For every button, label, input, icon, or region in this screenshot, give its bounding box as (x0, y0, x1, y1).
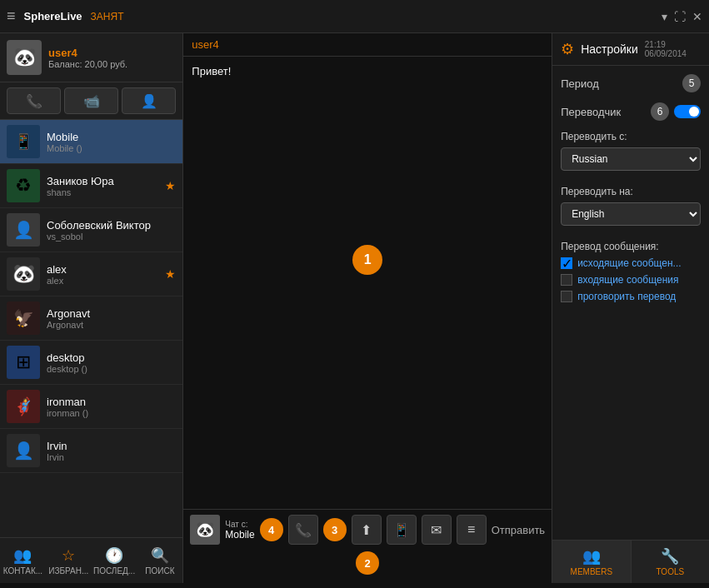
contact-sub: ironman () (47, 408, 176, 418)
window-controls: ▾ ⛶ ✕ (662, 10, 702, 23)
email-button[interactable]: ✉ (422, 515, 452, 545)
contact-avatar: 🦸 (7, 390, 40, 423)
chat-with-name: Mobile (225, 529, 254, 541)
settings-title: Настройки (581, 42, 638, 56)
translation-options-section: Перевод сообщения: ✓ исходящие сообщен..… (561, 241, 701, 302)
speak-checkbox[interactable] (561, 291, 572, 302)
list-item[interactable]: 👤 Соболевский Виктор vs_sobol (0, 208, 182, 252)
translator-row: Переводчик 6 (561, 102, 701, 121)
footer: РЕКЛАМО (0, 583, 709, 588)
chat-input-area: 🐼 Чат с: Mobile 4 📞 3 ⬆ 📱 ✉ ≡ Отправить … (183, 509, 552, 583)
favorites-icon: ☆ (62, 546, 75, 565)
settings-panel: ⚙ Настройки 21:19 06/09/2014 Период 5 Пе… (552, 33, 709, 583)
username: user4 (48, 47, 127, 59)
period-row: Период 5 (561, 74, 701, 92)
nav-search[interactable]: 🔍 ПОИСК (137, 538, 182, 583)
translate-from-section: Переводить с: Russian English (561, 131, 701, 179)
contact-name: Заников Юра (47, 175, 158, 187)
app-logo: SphereLive (24, 10, 82, 22)
search-icon: 🔍 (151, 546, 169, 565)
contact-info: Argonavt Argonavt (47, 307, 176, 330)
chat-header: user4 (183, 33, 552, 57)
incoming-label: входящие сообщения (577, 274, 678, 286)
chat-sender-avatar: 🐼 (190, 515, 220, 545)
chat-badge-3: 4 (260, 518, 283, 541)
nav-contacts-label: КОНТАК... (3, 566, 42, 576)
status-label: ЗАНЯТ (91, 11, 124, 22)
nav-recent-label: ПОСЛЕД... (93, 566, 135, 576)
translate-to-section: Переводить на: English Russian (561, 186, 701, 234)
minimize-icon[interactable]: ▾ (662, 10, 667, 23)
gear-icon: ⚙ (561, 40, 574, 58)
contact-sub: Irvin (47, 452, 176, 462)
user-header: 🐼 user4 Баланс: 20,00 руб. (0, 33, 182, 82)
contact-info: Заников Юра shans (47, 175, 158, 197)
contact-info: Соболевский Виктор vs_sobol (47, 219, 176, 242)
list-item[interactable]: ⊞ desktop desktop () (0, 341, 182, 385)
list-item[interactable]: 👤 Irvin Irvin (0, 429, 182, 473)
outgoing-label: исходящие сообщен... (577, 257, 681, 269)
contact-name: Mobile (47, 131, 176, 143)
profile-button[interactable]: 👤 (122, 87, 176, 114)
translate-to-select[interactable]: English Russian (561, 202, 701, 226)
tools-label: TOOLS (656, 567, 684, 576)
incoming-checkbox[interactable] (561, 274, 572, 286)
chat-area: user4 Привет! 1 🐼 Чат с: Mobile 4 📞 3 ⬆ … (183, 33, 552, 583)
contact-avatar: 👤 (7, 213, 40, 247)
call-chat-button[interactable]: 📞 (288, 515, 318, 545)
maximize-icon[interactable]: ⛶ (674, 10, 686, 23)
option-outgoing[interactable]: ✓ исходящие сообщен... (561, 257, 701, 269)
main-layout: 🐼 user4 Баланс: 20,00 руб. 📞 📹 👤 📱 Mobil… (0, 33, 709, 583)
contact-sub: Argonavt (47, 320, 176, 330)
list-item[interactable]: 📱 Mobile Mobile () (0, 120, 182, 164)
translation-label: Перевод сообщения: (561, 241, 701, 252)
bottom-nav: 👥 КОНТАК... ☆ ИЗБРАН... 🕐 ПОСЛЕД... 🔍 ПО… (0, 537, 182, 583)
option-speak[interactable]: проговорить перевод (561, 291, 701, 302)
device-button[interactable]: 📱 (387, 515, 417, 545)
settings-tabs: 👥 MEMBERS 🔧 TOOLS (552, 540, 709, 583)
nav-contacts[interactable]: 👥 КОНТАК... (0, 538, 46, 583)
list-item[interactable]: 🐼 alex alex ★ (0, 252, 182, 296)
translate-to-label: Переводить на: (561, 186, 701, 197)
chat-with-info: Чат с: Mobile (225, 520, 254, 541)
settings-timestamp: 21:19 06/09/2014 (645, 40, 701, 58)
video-button[interactable]: 📹 (64, 87, 118, 114)
translator-toggle[interactable] (674, 105, 701, 118)
titlebar: ≡ SphereLive ЗАНЯТ ▾ ⛶ ✕ (0, 0, 709, 33)
speak-label: проговорить перевод (577, 291, 676, 302)
close-icon[interactable]: ✕ (692, 10, 702, 23)
nav-search-label: ПОИСК (145, 566, 174, 576)
translate-from-label: Переводить с: (561, 131, 701, 142)
contact-list: 📱 Mobile Mobile () ♻ Заников Юра shans ★… (0, 120, 182, 537)
nav-recent[interactable]: 🕐 ПОСЛЕД... (92, 538, 137, 583)
chat-toolbar: 🐼 Чат с: Mobile 4 📞 3 ⬆ 📱 ✉ ≡ Отправить (190, 515, 545, 545)
contact-sub: Mobile () (47, 143, 176, 153)
nav-favorites[interactable]: ☆ ИЗБРАН... (46, 538, 92, 583)
outgoing-checkbox[interactable]: ✓ (561, 257, 572, 269)
contact-avatar: 📱 (7, 125, 40, 158)
chat-messages[interactable]: Привет! 1 (183, 57, 552, 509)
favorite-icon: ★ (165, 267, 176, 281)
call-button[interactable]: 📞 (7, 87, 61, 114)
tab-members[interactable]: 👥 MEMBERS (552, 541, 631, 583)
translator-label: Переводчик (561, 106, 651, 118)
tab-tools[interactable]: 🔧 TOOLS (632, 541, 709, 583)
menu-icon[interactable]: ≡ (7, 7, 16, 25)
contact-sub: shans (47, 187, 158, 197)
message-badge-1: 1 (352, 245, 382, 275)
list-item[interactable]: 🦅 Argonavt Argonavt (0, 296, 182, 341)
favorite-icon: ★ (165, 179, 176, 192)
sidebar: 🐼 user4 Баланс: 20,00 руб. 📞 📹 👤 📱 Mobil… (0, 33, 183, 583)
user-avatar: 🐼 (7, 40, 42, 75)
more-button[interactable]: ≡ (457, 515, 487, 545)
contact-info: desktop desktop () (47, 351, 176, 374)
contact-info: ironman ironman () (47, 396, 176, 418)
option-incoming[interactable]: входящие сообщения (561, 274, 701, 286)
list-item[interactable]: ♻ Заников Юра shans ★ (0, 164, 182, 208)
translate-from-select[interactable]: Russian English (561, 147, 701, 171)
settings-body: Период 5 Переводчик 6 Переводить с: Russ… (552, 66, 709, 540)
send-button[interactable]: Отправить (492, 524, 545, 536)
upload-button[interactable]: ⬆ (352, 515, 382, 545)
contacts-icon: 👥 (13, 546, 32, 565)
list-item[interactable]: 🦸 ironman ironman () (0, 385, 182, 429)
